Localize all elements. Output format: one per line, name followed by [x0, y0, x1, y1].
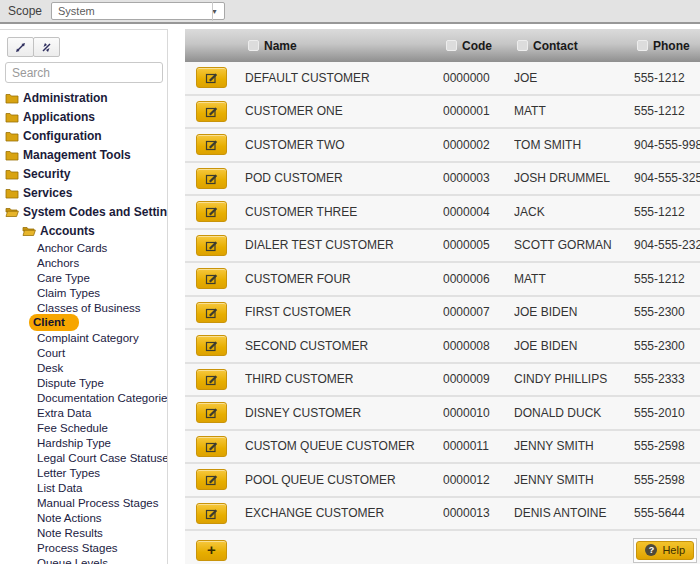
edit-button[interactable] — [196, 302, 227, 323]
tree-item[interactable]: Note Results — [0, 525, 167, 540]
cell-code: 0000002 — [443, 138, 514, 152]
cell-name: POD CUSTOMER — [245, 171, 443, 185]
edit-button[interactable] — [196, 469, 227, 490]
tree-folder[interactable]: Security — [0, 164, 167, 183]
edit-cell — [185, 235, 245, 256]
tree-item[interactable]: Fee Schedule — [0, 420, 167, 435]
edit-button[interactable] — [196, 402, 227, 423]
tree-folder-label: Applications — [23, 110, 95, 124]
tree-folder-accounts[interactable]: Accounts — [0, 221, 167, 240]
edit-button[interactable] — [196, 369, 227, 390]
tree-item[interactable]: Manual Process Stages — [0, 495, 167, 510]
client-list-panel: Name Code Contact Phone DEFAULT CUSTOMER… — [185, 29, 700, 564]
folder-icon — [5, 92, 19, 104]
tree-item[interactable]: Dispute Type — [0, 375, 167, 390]
column-header-phone[interactable]: Phone — [634, 39, 700, 53]
column-label: Code — [462, 39, 492, 53]
column-checkbox-name[interactable] — [248, 40, 259, 51]
tree-folder[interactable]: Management Tools — [0, 145, 167, 164]
cell-contact: MATT — [514, 104, 634, 118]
edit-button[interactable] — [196, 268, 227, 289]
tree-item-label: Hardship Type — [33, 436, 115, 450]
tree-folder[interactable]: Configuration — [0, 126, 167, 145]
scope-label: Scope — [8, 4, 42, 18]
column-label: Name — [264, 39, 297, 53]
tree-item[interactable]: Hardship Type — [0, 435, 167, 450]
edit-cell — [185, 369, 245, 390]
tree-item[interactable]: Complaint Category — [0, 330, 167, 345]
edit-icon — [205, 306, 218, 319]
tree-item-label: Extra Data — [33, 406, 95, 420]
edit-button[interactable] — [196, 436, 227, 457]
column-header-code[interactable]: Code — [443, 39, 514, 53]
edit-button[interactable] — [196, 503, 227, 524]
tree-item[interactable]: Anchors — [0, 255, 167, 270]
scope-select[interactable]: System ▼ — [51, 2, 225, 20]
tree-item[interactable]: Queue Levels — [0, 555, 167, 564]
tree-item[interactable]: Anchor Cards — [0, 240, 167, 255]
cell-name: CUSTOMER TWO — [245, 138, 443, 152]
cell-phone: 555-2300 — [634, 339, 700, 353]
edit-cell — [185, 402, 245, 423]
column-checkbox-contact[interactable] — [517, 40, 528, 51]
tree-item[interactable]: Court — [0, 345, 167, 360]
add-client-button[interactable]: + — [196, 540, 227, 561]
collapse-all-button[interactable] — [33, 37, 60, 57]
tree-item[interactable]: Classes of Business — [0, 300, 167, 315]
cell-contact: DONALD DUCK — [514, 406, 634, 420]
tree-folder[interactable]: Services — [0, 183, 167, 202]
edit-icon — [205, 440, 218, 453]
column-checkbox-code[interactable] — [446, 40, 457, 51]
tree-folder-label: Administration — [23, 91, 108, 105]
cell-contact: CINDY PHILLIPS — [514, 372, 634, 386]
topbar-divider — [212, 2, 213, 21]
edit-button[interactable] — [196, 67, 227, 88]
edit-button[interactable] — [196, 101, 227, 122]
column-checkbox-phone[interactable] — [637, 40, 648, 51]
cell-phone: 555-5644 — [634, 506, 700, 520]
cell-contact: JOSH DRUMMEL — [514, 171, 634, 185]
cell-phone: 555-2598 — [634, 439, 700, 453]
expand-all-button[interactable] — [7, 37, 34, 57]
table-row: DIALER TEST CUSTOMER 0000005 SCOTT GORMA… — [185, 230, 700, 264]
column-header-name[interactable]: Name — [245, 39, 443, 53]
tree-item[interactable]: Client — [0, 315, 167, 330]
tree-item[interactable]: Desk — [0, 360, 167, 375]
edit-cell — [185, 335, 245, 356]
cell-phone: 555-2300 — [634, 305, 700, 319]
tree-item[interactable]: Process Stages — [0, 540, 167, 555]
edit-button[interactable] — [196, 134, 227, 155]
edit-icon — [205, 473, 218, 486]
tree-folder[interactable]: Applications — [0, 107, 167, 126]
column-header-contact[interactable]: Contact — [514, 39, 634, 53]
cell-code: 0000004 — [443, 205, 514, 219]
search-input[interactable] — [5, 62, 163, 83]
tree-item-label: Classes of Business — [33, 301, 145, 315]
tree-item[interactable]: List Data — [0, 480, 167, 495]
tree-item[interactable]: Letter Types — [0, 465, 167, 480]
tree-item[interactable]: Extra Data — [0, 405, 167, 420]
edit-button[interactable] — [196, 335, 227, 356]
tree-item[interactable]: Claim Types — [0, 285, 167, 300]
edit-cell — [185, 503, 245, 524]
tree-item[interactable]: Legal Court Case Statuses — [0, 450, 167, 465]
tree-folder[interactable]: System Codes and Settings — [0, 202, 167, 221]
folder-icon — [5, 111, 19, 123]
tree-item-label: Process Stages — [33, 541, 122, 555]
cell-contact: DENIS ANTOINE — [514, 506, 634, 520]
tree-item[interactable]: Note Actions — [0, 510, 167, 525]
top-bar: Scope System ▼ — [0, 0, 700, 24]
table-row: CUSTOM QUEUE CUSTOMER 0000011 JENNY SMIT… — [185, 431, 700, 465]
tree-item[interactable]: Care Type — [0, 270, 167, 285]
edit-button[interactable] — [196, 168, 227, 189]
edit-button[interactable] — [196, 235, 227, 256]
edit-icon — [205, 172, 218, 185]
folder-open-icon — [22, 225, 36, 237]
tree-item-label: Letter Types — [33, 466, 104, 480]
edit-button[interactable] — [196, 201, 227, 222]
help-button[interactable]: ? Help — [636, 541, 694, 560]
tree-item[interactable]: Documentation Categories — [0, 390, 167, 405]
help-button-label: Help — [662, 544, 685, 556]
edit-icon — [205, 205, 218, 218]
tree-folder[interactable]: Administration — [0, 88, 167, 107]
